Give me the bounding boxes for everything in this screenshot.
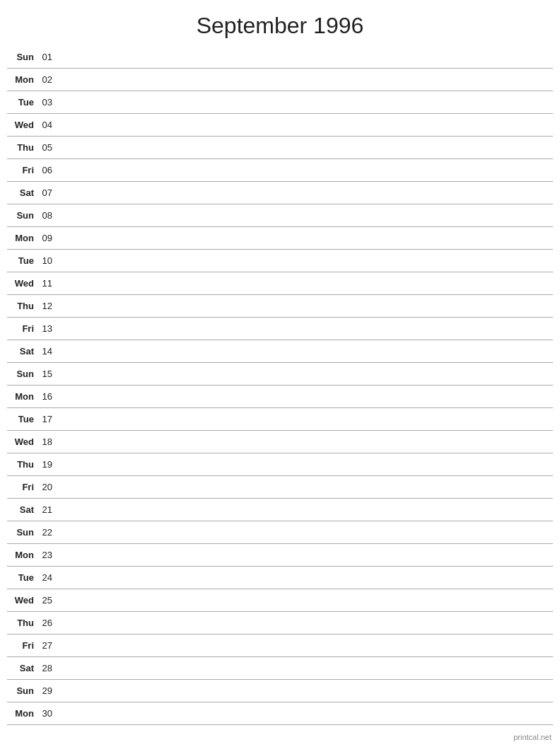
day-name: Thu bbox=[7, 301, 37, 311]
day-name: Mon bbox=[7, 74, 37, 85]
day-number: 01 bbox=[37, 52, 57, 62]
day-number: 19 bbox=[37, 459, 57, 470]
day-line bbox=[57, 713, 553, 714]
day-line bbox=[57, 441, 553, 442]
day-row: Thu12 bbox=[7, 295, 553, 318]
day-name: Sat bbox=[7, 346, 37, 357]
day-line bbox=[57, 577, 553, 578]
day-number: 26 bbox=[37, 618, 57, 628]
day-name: Tue bbox=[7, 255, 37, 266]
day-row: Tue17 bbox=[7, 408, 553, 431]
day-line bbox=[57, 668, 553, 668]
day-number: 09 bbox=[37, 233, 57, 243]
day-row: Mon23 bbox=[7, 544, 553, 567]
day-row: Wed25 bbox=[7, 589, 553, 612]
day-number: 13 bbox=[37, 323, 57, 334]
day-row: Mon02 bbox=[7, 69, 553, 91]
day-row: Fri20 bbox=[7, 476, 553, 499]
day-row: Sun29 bbox=[7, 680, 553, 702]
day-number: 15 bbox=[37, 369, 57, 379]
page-title: September 1996 bbox=[0, 0, 560, 46]
day-line bbox=[57, 215, 553, 216]
day-row: Tue24 bbox=[7, 567, 553, 589]
day-row: Fri06 bbox=[7, 159, 553, 182]
day-name: Sat bbox=[7, 187, 37, 198]
day-name: Fri bbox=[7, 165, 37, 175]
day-row: Mon09 bbox=[7, 227, 553, 250]
watermark: printcal.net bbox=[513, 733, 552, 741]
day-number: 18 bbox=[37, 436, 57, 447]
day-number: 16 bbox=[37, 391, 57, 402]
day-line bbox=[57, 57, 553, 57]
day-line bbox=[57, 328, 553, 329]
day-number: 05 bbox=[37, 142, 57, 153]
day-number: 23 bbox=[37, 550, 57, 560]
day-number: 20 bbox=[37, 482, 57, 492]
day-line bbox=[57, 260, 553, 261]
day-line bbox=[57, 283, 553, 284]
day-line bbox=[57, 374, 553, 374]
day-name: Thu bbox=[7, 459, 37, 470]
day-name: Thu bbox=[7, 142, 37, 153]
day-row: Sat28 bbox=[7, 657, 553, 680]
day-name: Sun bbox=[7, 369, 37, 379]
day-line bbox=[57, 645, 553, 646]
day-row: Sun15 bbox=[7, 363, 553, 386]
day-number: 10 bbox=[37, 255, 57, 266]
day-row: Wed18 bbox=[7, 431, 553, 453]
day-row: Thu19 bbox=[7, 453, 553, 476]
day-line bbox=[57, 690, 553, 691]
day-name: Sun bbox=[7, 527, 37, 538]
day-name: Mon bbox=[7, 233, 37, 243]
day-row: Tue03 bbox=[7, 91, 553, 114]
day-row: Fri13 bbox=[7, 318, 553, 340]
day-row: Thu05 bbox=[7, 137, 553, 159]
day-number: 03 bbox=[37, 97, 57, 108]
day-name: Mon bbox=[7, 391, 37, 402]
day-name: Wed bbox=[7, 278, 37, 289]
day-row: Fri27 bbox=[7, 635, 553, 657]
day-row: Mon30 bbox=[7, 702, 553, 725]
day-number: 21 bbox=[37, 504, 57, 515]
day-line bbox=[57, 396, 553, 397]
day-number: 30 bbox=[37, 708, 57, 719]
day-name: Thu bbox=[7, 618, 37, 628]
day-row: Sat07 bbox=[7, 182, 553, 204]
day-number: 07 bbox=[37, 187, 57, 198]
day-line bbox=[57, 124, 553, 125]
day-name: Sun bbox=[7, 210, 37, 221]
day-name: Sun bbox=[7, 52, 37, 62]
day-row: Tue10 bbox=[7, 250, 553, 272]
day-name: Wed bbox=[7, 595, 37, 606]
day-number: 02 bbox=[37, 74, 57, 85]
day-row: Sat14 bbox=[7, 340, 553, 363]
day-line bbox=[57, 622, 553, 623]
day-number: 17 bbox=[37, 414, 57, 424]
day-name: Tue bbox=[7, 414, 37, 424]
day-line bbox=[57, 600, 553, 601]
day-name: Mon bbox=[7, 550, 37, 560]
day-name: Sat bbox=[7, 504, 37, 515]
day-name: Fri bbox=[7, 323, 37, 334]
day-row: Mon16 bbox=[7, 386, 553, 408]
day-line bbox=[57, 555, 553, 555]
day-row: Wed11 bbox=[7, 272, 553, 295]
day-number: 04 bbox=[37, 120, 57, 130]
day-line bbox=[57, 306, 553, 306]
day-name: Tue bbox=[7, 572, 37, 583]
day-line bbox=[57, 147, 553, 148]
day-name: Fri bbox=[7, 640, 37, 651]
day-line bbox=[57, 509, 553, 510]
day-name: Sat bbox=[7, 663, 37, 673]
day-name: Fri bbox=[7, 482, 37, 492]
day-number: 22 bbox=[37, 527, 57, 538]
day-line bbox=[57, 487, 553, 487]
day-name: Sun bbox=[7, 685, 37, 696]
day-line bbox=[57, 532, 553, 533]
day-number: 28 bbox=[37, 663, 57, 673]
day-line bbox=[57, 419, 553, 419]
day-number: 27 bbox=[37, 640, 57, 651]
day-line bbox=[57, 79, 553, 80]
day-row: Sun22 bbox=[7, 521, 553, 544]
day-line bbox=[57, 464, 553, 465]
